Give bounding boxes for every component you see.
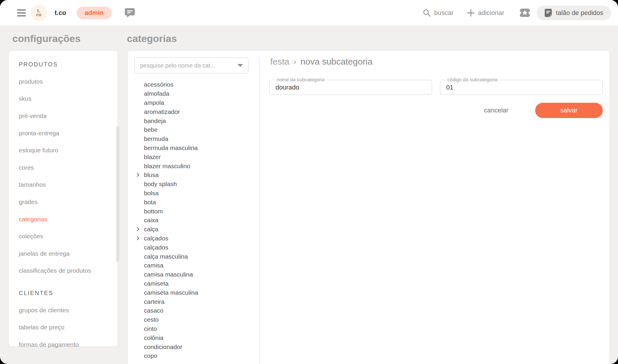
category-label: bebe	[144, 126, 158, 133]
sidebar-item[interactable]: pré-venda	[9, 107, 117, 125]
subcategory-name-field: nome da subcategoria	[269, 80, 432, 95]
category-row[interactable]: bolsa	[128, 189, 259, 198]
category-row[interactable]: camiseta masculina	[128, 288, 259, 297]
search-icon	[423, 9, 431, 17]
order-pad-button[interactable]: talão de pedidos	[537, 6, 611, 20]
receipt-icon	[544, 9, 552, 17]
category-row[interactable]: calça	[128, 225, 259, 234]
sidebar-item[interactable]: coleções	[9, 228, 117, 245]
category-row[interactable]: caixa	[128, 216, 259, 225]
chevron-right-icon	[136, 236, 144, 241]
menu-button[interactable]	[17, 9, 26, 16]
category-label: blazer	[144, 154, 161, 161]
sidebar-item[interactable]: cores	[9, 159, 117, 176]
add-label: adicionar	[478, 9, 504, 17]
category-row[interactable]: blusa	[128, 171, 259, 180]
brand-logo-bottom: co	[36, 13, 41, 17]
category-label: bermuda masculina	[144, 144, 198, 151]
category-label: calçados	[144, 244, 168, 251]
category-label: camiseta	[144, 280, 169, 287]
panel-divider	[259, 57, 260, 364]
settings-sidebar: PRODUTOS produtos skus pré-venda pronta-…	[9, 51, 117, 346]
category-label: bottom	[144, 208, 163, 215]
category-row[interactable]: almofada	[128, 89, 259, 98]
cancel-button[interactable]: cancelar	[482, 106, 510, 114]
category-row[interactable]: condicionador	[128, 342, 259, 351]
category-row[interactable]: blazer	[128, 152, 259, 161]
sidebar-item[interactable]: grupos de clientes	[9, 301, 117, 319]
breadcrumb-separator-icon: ›	[293, 57, 296, 67]
section-header-produtos: PRODUTOS	[9, 56, 117, 73]
chevron-right-icon	[136, 227, 144, 232]
category-row[interactable]: calça masculina	[128, 252, 259, 261]
hamburger-icon	[17, 9, 26, 16]
category-row[interactable]: bermuda	[128, 134, 259, 144]
category-row[interactable]: cinto	[128, 324, 259, 333]
sidebar-item[interactable]: skus	[9, 90, 117, 107]
save-button[interactable]: salvar	[535, 103, 603, 118]
category-row[interactable]: bota	[128, 198, 259, 207]
category-label: acessórios	[144, 81, 173, 88]
category-row[interactable]: bottom	[128, 207, 259, 216]
order-pad-label: talão de pedidos	[556, 9, 603, 17]
sidebar-scrollbar[interactable]	[116, 126, 119, 262]
brand-name: t.co	[55, 9, 66, 17]
sidebar-section-clientes: CLIENTES grupos de clientes tabelas de p…	[9, 284, 117, 353]
category-row[interactable]: colônia	[128, 333, 259, 342]
category-row[interactable]: copo	[128, 351, 259, 360]
brand-avatar[interactable]: t. co	[31, 5, 47, 21]
category-label: camiseta masculina	[144, 289, 198, 296]
chevron-right-icon	[136, 173, 144, 177]
search-button[interactable]: buscar	[423, 9, 454, 17]
sidebar-item[interactable]: estoque futuro	[9, 142, 117, 159]
category-row[interactable]: carteira	[128, 297, 259, 306]
category-label: camisa	[144, 262, 164, 269]
subcategory-code-field: código da subcategoria	[440, 80, 603, 95]
subcategory-form: nome da subcategoria código da subcatego…	[269, 80, 603, 95]
category-label: calça masculina	[144, 253, 188, 260]
admin-badge: admin	[77, 7, 112, 19]
sidebar-item[interactable]: tabelas de preço	[9, 319, 117, 336]
category-search-combobox[interactable]: pesquise pelo nome da cat...	[135, 58, 248, 73]
sidebar-item[interactable]: janelas de entrega	[9, 245, 117, 262]
category-row[interactable]: aromatizador	[128, 107, 259, 116]
category-label: casaco	[144, 307, 164, 314]
category-label: almofada	[144, 90, 169, 97]
category-row[interactable]: ampola	[128, 98, 259, 107]
category-row[interactable]: cesto	[128, 315, 259, 324]
category-label: bota	[144, 199, 156, 206]
category-label: carteira	[144, 298, 164, 305]
category-row[interactable]: bandeja	[128, 116, 259, 125]
category-row[interactable]: camisa masculina	[128, 270, 259, 279]
page-content: configurações categorias PRODUTOS produt…	[0, 26, 618, 364]
section-header-clientes: CLIENTES	[9, 284, 117, 302]
loyalty-button[interactable]	[520, 8, 530, 18]
category-row[interactable]: bebe	[128, 125, 259, 134]
sidebar-item[interactable]: produtos	[9, 73, 117, 90]
category-row[interactable]: body splash	[128, 180, 259, 189]
chat-icon	[125, 8, 135, 18]
settings-title: configurações	[12, 33, 80, 44]
subcategory-code-label: código da subcategoria	[445, 77, 500, 82]
category-row[interactable]: acessórios	[128, 80, 259, 89]
category-row[interactable]: calçados	[128, 234, 259, 243]
breadcrumb-parent[interactable]: festa	[270, 57, 289, 67]
chat-button[interactable]	[125, 8, 135, 18]
category-row[interactable]: casaco	[128, 306, 259, 315]
sidebar-item[interactable]: categorias	[9, 210, 117, 228]
sidebar-item[interactable]: pronta-entrega	[9, 124, 117, 142]
sidebar-item[interactable]: classificações de produtos	[9, 262, 117, 279]
category-row[interactable]: blazer masculino	[128, 161, 259, 171]
sidebar-item[interactable]: grades	[9, 193, 117, 211]
category-row[interactable]: bermuda masculina	[128, 144, 259, 153]
breadcrumb: festa › nova subcategoria	[270, 57, 372, 67]
category-row[interactable]: camisa	[128, 261, 259, 270]
sidebar-item[interactable]: formas de pagamento	[9, 336, 117, 353]
category-label: copo	[144, 352, 157, 359]
caret-down-icon	[238, 64, 243, 67]
category-row[interactable]: calçados	[128, 243, 259, 252]
category-row[interactable]: camiseta	[128, 279, 259, 288]
sidebar-item[interactable]: tamanhos	[9, 176, 117, 193]
add-button[interactable]: adicionar	[467, 9, 504, 17]
sidebar-section-produtos: PRODUTOS produtos skus pré-venda pronta-…	[9, 56, 117, 279]
